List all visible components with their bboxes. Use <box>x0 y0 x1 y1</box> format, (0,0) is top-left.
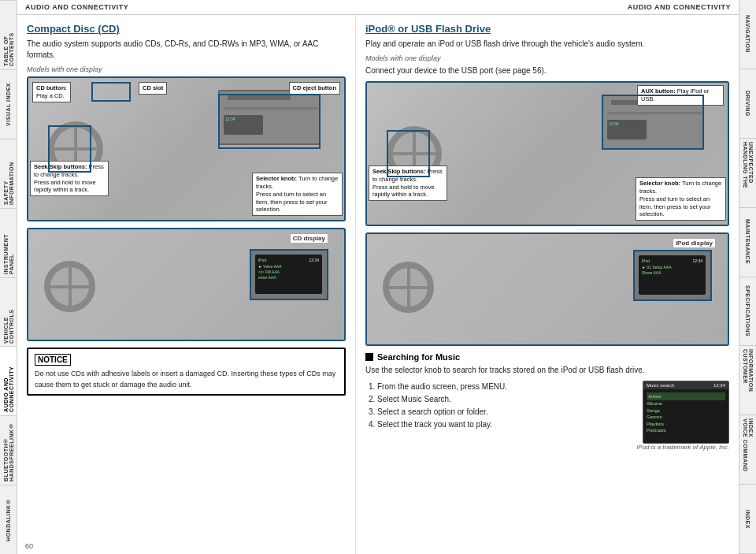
cd-display-steering <box>44 261 95 312</box>
tab-navigation[interactable]: NAVIGATION <box>739 0 756 69</box>
ipod-controls-diagram: 12:34 AUX button: Play iPod or USB. Seek… <box>365 81 729 226</box>
header-bar: AUDIO AND CONNECTIVITY AUDIO AND CONNECT… <box>17 0 739 15</box>
cd-controls-diagram: 12:34 CD button: Play a CD. CD slot <box>27 76 346 221</box>
notice-title: NOTICE <box>35 354 71 366</box>
ipod-highlight-1 <box>387 130 430 177</box>
ipod-controls-diagram-inner: 12:34 AUX button: Play iPod or USB. Seek… <box>367 83 728 225</box>
tab-index[interactable]: INDEX <box>739 485 756 554</box>
ipod-connect-text: Connect your device to the USB port (see… <box>365 65 729 76</box>
sidebar-item-hondalink[interactable]: HONDALINK® <box>0 485 17 554</box>
callout-selector-knob: Selector knob: Turn to change tracks.Pre… <box>252 173 343 216</box>
tab-driving[interactable]: DRIVING <box>739 69 756 139</box>
header-right: AUDIO AND CONNECTIVITY <box>628 3 731 11</box>
cd-highlight-2 <box>48 125 91 173</box>
ipod-display-label: iPod display <box>673 238 716 248</box>
sidebar-item-safety[interactable]: SAFETY INFORMATION <box>0 139 17 208</box>
ipod-body-text: Play and operate an iPod or USB flash dr… <box>365 39 729 50</box>
music-search-screenshot: Music search 12:34 Artists Albums Songs … <box>643 381 729 444</box>
music-screen-header: Music search 12:34 <box>643 381 728 389</box>
cd-display-highlight <box>250 249 328 300</box>
ipod-display-highlight <box>633 250 712 301</box>
cd-models-label: Models with one display <box>27 65 346 73</box>
ipod-models-label: Models with one display <box>365 54 729 62</box>
ipod-display-diagram: iPod12:34 ► 01 Setup AAA Shore AAA <box>365 232 729 346</box>
sidebar-item-toc[interactable]: TABLE OF CONTENTS <box>0 0 17 69</box>
cd-display-diagram-inner: iPod12:34 ► Volvo AAA <|> FM AAA enter A… <box>28 229 344 340</box>
ipod-display-steering <box>383 262 434 313</box>
trademark-text: iPod is a trademark of Apple, Inc. <box>365 444 729 451</box>
music-screen-display: Music search 12:34 Artists Albums Songs … <box>643 381 729 444</box>
right-column: iPod® or USB Flash Drive Play and operat… <box>356 15 739 554</box>
left-tabs: TABLE OF CONTENTS VISUAL INDEX SAFETY IN… <box>0 0 17 554</box>
ipod-highlight-2 <box>602 95 704 150</box>
cd-display-diagram: iPod12:34 ► Volvo AAA <|> FM AAA enter A… <box>27 228 346 341</box>
right-tabs: NAVIGATION DRIVING HANDLING THE UNEXPECT… <box>739 0 756 554</box>
content-columns: Compact Disc (CD) The audio system suppo… <box>17 15 739 554</box>
sidebar-item-visual-index[interactable]: VISUAL INDEX <box>0 69 17 139</box>
left-column: Compact Disc (CD) The audio system suppo… <box>17 15 356 554</box>
music-screen-items: Artists Albums Songs Genres Playlists Po… <box>643 389 728 437</box>
cd-display-label: CD display <box>290 233 328 244</box>
tab-voice-command[interactable]: VOICE COMMAND INDEX <box>739 415 756 485</box>
sidebar-item-instrument[interactable]: INSTRUMENT PANEL <box>0 208 17 277</box>
notice-box: NOTICE Do not use CDs with adhesive labe… <box>27 348 346 396</box>
page-number: 60 <box>25 542 33 550</box>
searching-body: Use the selector knob to search for trac… <box>365 365 729 376</box>
notice-text: Do not use CDs with adhesive labels or i… <box>35 370 335 389</box>
cd-body-text: The audio system supports audio CDs, CD-… <box>27 39 346 61</box>
tab-customer[interactable]: CUSTOMER INFORMATION <box>739 346 756 415</box>
sidebar-item-vehicle[interactable]: VEHICLE CONTROLS <box>0 277 17 347</box>
cd-controls-diagram-inner: 12:34 CD button: Play a CD. CD slot <box>28 78 344 220</box>
sidebar-item-bluetooth[interactable]: BLUETOOTH® HANDSFREELINK® <box>0 415 17 485</box>
header-left: AUDIO AND CONNECTIVITY <box>25 3 128 11</box>
sidebar-item-audio[interactable]: AUDIO AND CONNECTIVITY <box>0 346 17 415</box>
callout-selector-knob-ipod: Selector knob: Turn to change tracks.Pre… <box>636 177 726 221</box>
callout-cd-slot: CD slot <box>139 82 167 95</box>
callout-cd-button: CD button: Play a CD. <box>32 82 71 102</box>
tab-handling[interactable]: HANDLING THE UNEXPECTED <box>739 139 756 208</box>
ipod-display-diagram-inner: iPod12:34 ► 01 Setup AAA Shore AAA <box>367 234 728 344</box>
bullet-icon <box>365 353 373 361</box>
ipod-section-title: iPod® or USB Flash Drive <box>365 23 729 35</box>
tab-maintenance[interactable]: MAINTENANCE <box>739 208 756 277</box>
cd-section-title: Compact Disc (CD) <box>27 23 346 35</box>
cd-highlight-1 <box>91 82 131 102</box>
callout-cd-eject: CD eject button <box>289 82 340 95</box>
tab-specifications[interactable]: SPECIFICATIONS <box>739 277 756 347</box>
main-content: AUDIO AND CONNECTIVITY AUDIO AND CONNECT… <box>17 0 739 554</box>
searching-section: Searching for Music Use the selector kno… <box>365 352 729 451</box>
searching-header: Searching for Music <box>365 352 729 362</box>
cd-highlight-3 <box>218 94 321 149</box>
